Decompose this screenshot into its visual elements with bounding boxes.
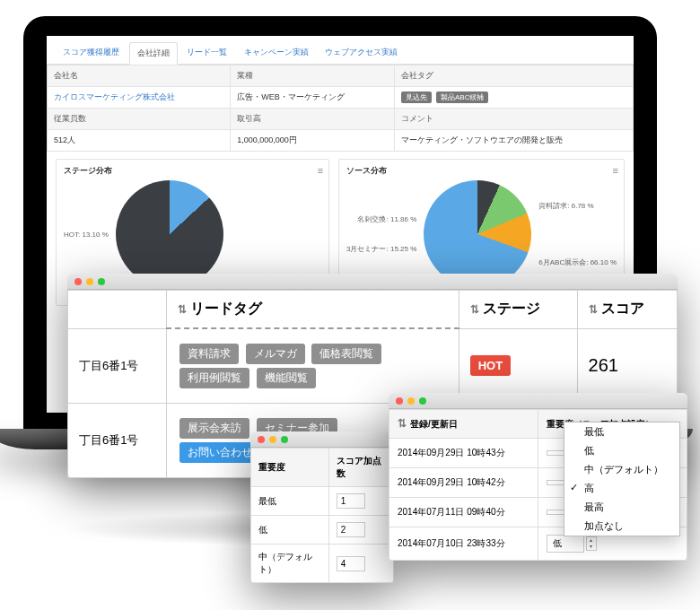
hamburger-icon[interactable]: ≡: [613, 165, 618, 176]
lead-tag-pill[interactable]: メルマガ: [246, 344, 305, 364]
points-input[interactable]: [337, 556, 365, 571]
maximize-icon[interactable]: [281, 436, 288, 443]
revenue-value: 1,000,000,000円: [231, 130, 395, 152]
th-comment: コメント: [395, 109, 634, 130]
date-cell: 2014年09月29日 10時42分: [389, 468, 538, 498]
importance-select[interactable]: 低: [547, 535, 584, 553]
date-cell: 2014年07月11日 09時40分: [389, 498, 538, 527]
hamburger-icon[interactable]: ≡: [318, 165, 323, 176]
lead-tag-pill[interactable]: 利用例閲覧: [179, 368, 249, 388]
th-industry: 業種: [231, 65, 395, 87]
lead-tag-pill[interactable]: お問い合わせ: [179, 442, 260, 463]
dropdown-option[interactable]: 最高: [564, 498, 679, 517]
dropdown-option[interactable]: 低: [564, 441, 679, 460]
window-titlebar[interactable]: [250, 431, 394, 448]
th-lead-tag[interactable]: ⇅リードタグ: [167, 291, 459, 329]
pie-source: [424, 180, 531, 288]
points-input[interactable]: [337, 522, 365, 537]
addr-cell: 丁目6番1号: [68, 328, 167, 404]
minimize-icon[interactable]: [269, 436, 276, 443]
th-level: 重要度: [251, 449, 329, 487]
th-points: スコア加点数: [328, 449, 393, 487]
level-label: 中（デフォルト）: [251, 545, 329, 583]
window-titlebar[interactable]: [67, 274, 678, 290]
points-input[interactable]: [337, 493, 365, 509]
importance-dropdown[interactable]: 最低 低 中（デフォルト） 高 最高 加点なし: [564, 422, 680, 536]
sort-icon[interactable]: ⇅: [178, 303, 187, 316]
source-label-3: 6月ABC展示会: 66.10 %: [538, 257, 617, 267]
level-label: 最低: [251, 487, 329, 516]
industry-value: 広告・WEB・マーケティング: [231, 87, 395, 109]
importance-table: 重要度スコア加点数 最低 低 中（デフォルト）: [250, 448, 394, 583]
dropdown-option[interactable]: 加点なし: [564, 517, 679, 536]
th-employees: 従業員数: [48, 109, 231, 130]
tab-bar: スコア獲得履歴 会社詳細 リード一覧 キャンペーン実績 ウェブアクセス実績: [47, 36, 634, 65]
lead-tag-pill[interactable]: 価格表閲覧: [311, 344, 381, 364]
tags-cell: 資料請求 メルマガ 価格表閲覧 利用例閲覧 機能閲覧: [167, 328, 459, 404]
sort-icon[interactable]: ⇅: [398, 417, 407, 430]
lead-tag-pill[interactable]: 機能閲覧: [257, 368, 316, 388]
table-row: 中（デフォルト）: [251, 545, 394, 583]
minimize-icon[interactable]: [86, 278, 93, 285]
close-icon[interactable]: [74, 278, 82, 285]
tag-chip: 見込先: [401, 92, 432, 103]
window-titlebar[interactable]: [389, 393, 687, 409]
comment-value: マーケティング・ソフトウエアの開発と販売: [395, 130, 634, 152]
stage-label-hot: HOT: 13.10 %: [64, 231, 109, 239]
date-cell: 2014年09月29日 10時43分: [389, 439, 538, 468]
th-company-tag: 会社タグ: [395, 65, 634, 87]
tab-company-detail[interactable]: 会社詳細: [129, 42, 178, 65]
score-value: 261: [577, 328, 677, 404]
addr-cell: 丁目6番1号: [68, 404, 167, 478]
th-revenue: 取引高: [231, 109, 395, 130]
stage-badge: HOT: [470, 355, 511, 376]
source-label-2: 3月セミナー: 15.25 %: [346, 244, 416, 254]
th-score[interactable]: ⇅スコア: [577, 291, 677, 329]
tab-campaign[interactable]: キャンペーン実績: [237, 42, 316, 63]
table-row: 最低: [251, 487, 394, 516]
company-link[interactable]: カイロスマーケティング株式会社: [54, 92, 175, 101]
source-label-1: 名刺交換: 11.86 %: [346, 214, 416, 224]
th-company: 会社名: [48, 65, 231, 87]
company-detail-table: 会社名 業種 会社タグ カイロスマーケティング株式会社 広告・WEB・マーケティ…: [47, 65, 634, 152]
dropdown-option[interactable]: 高: [564, 479, 679, 498]
table-row: 丁目6番1号 資料請求 メルマガ 価格表閲覧 利用例閲覧 機能閲覧 HOT 26…: [68, 328, 678, 404]
sort-icon[interactable]: ⇅: [470, 303, 479, 316]
tag-chip: 製品ABC候補: [436, 92, 488, 103]
maximize-icon[interactable]: [419, 397, 426, 405]
th-stage[interactable]: ⇅ステージ: [459, 291, 577, 329]
employees-value: 512人: [48, 130, 231, 152]
window-dates: ⇅登録/更新日重要度（スコア加点設定） 2014年09月29日 10時43分▴▾…: [389, 393, 687, 561]
table-row: 低: [251, 516, 394, 545]
maximize-icon[interactable]: [98, 278, 105, 285]
pie-stage: [116, 180, 223, 288]
lead-tag-pill[interactable]: 展示会来訪: [179, 418, 249, 439]
company-tags-cell: 見込先 製品ABC候補: [395, 87, 634, 109]
minimize-icon[interactable]: [407, 397, 415, 405]
chart-source-title: ソース分布: [346, 165, 617, 177]
stepper-icon[interactable]: ▴▾: [586, 536, 597, 551]
lead-tag-pill[interactable]: 資料請求: [179, 344, 239, 364]
dropdown-option[interactable]: 中（デフォルト）: [564, 460, 679, 479]
chart-stage-title: ステージ分布: [64, 165, 321, 177]
tab-web-access[interactable]: ウェブアクセス実績: [318, 42, 405, 63]
tab-score-history[interactable]: スコア獲得履歴: [56, 42, 127, 63]
close-icon[interactable]: [396, 397, 403, 405]
sort-icon[interactable]: ⇅: [589, 303, 598, 316]
dropdown-option[interactable]: 最低: [564, 423, 679, 441]
window-importance: 重要度スコア加点数 最低 低 中（デフォルト）: [250, 431, 394, 583]
th-date[interactable]: ⇅登録/更新日: [389, 410, 538, 439]
source-label-0: 資料請求: 6.78 %: [538, 201, 617, 211]
close-icon[interactable]: [258, 436, 265, 443]
tab-lead-list[interactable]: リード一覧: [179, 42, 234, 63]
level-label: 低: [251, 516, 329, 545]
date-cell: 2014年07月10日 23時33分: [389, 527, 538, 561]
